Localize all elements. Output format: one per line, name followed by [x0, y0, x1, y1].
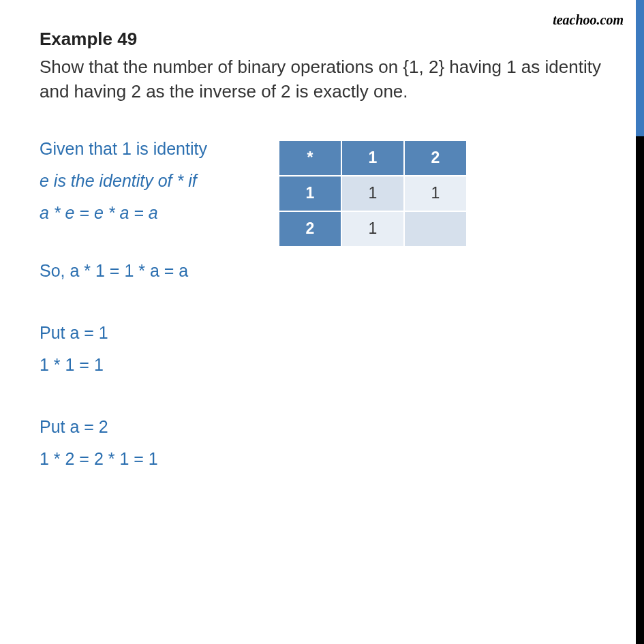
line-so: So, a * 1 = 1 * a = a: [40, 259, 264, 283]
line-eq1: a * e = e * a = a: [40, 201, 264, 225]
example-title: Example 49: [40, 29, 610, 50]
table-cell-2-2: [404, 211, 467, 247]
table-row: 1 1 1: [279, 176, 467, 211]
right-accent-bar-black: [636, 136, 644, 644]
right-accent-bar-blue: [636, 0, 644, 136]
table-row-header-1: 1: [279, 176, 341, 211]
table-cell-2-1: 1: [341, 211, 404, 247]
page-content: Example 49 Show that the number of binar…: [0, 0, 644, 471]
operation-table: * 1 2 1 1 1 2 1: [278, 140, 467, 247]
table-cell-1-2: 1: [404, 176, 467, 211]
content-row: Given that 1 is identity e is the identi…: [40, 137, 610, 321]
line-put-a1: Put a = 1: [40, 321, 610, 345]
table-header-op: *: [279, 140, 341, 176]
left-column: Given that 1 is identity e is the identi…: [40, 137, 264, 321]
table-cell-1-1: 1: [341, 176, 404, 211]
table-header-row: * 1 2: [279, 140, 467, 176]
table-row-header-2: 2: [279, 211, 341, 247]
right-accent-bar: [636, 0, 644, 644]
problem-statement: Show that the number of binary operation…: [40, 55, 610, 104]
line-definition: e is the identity of * if: [40, 169, 264, 193]
line-given: Given that 1 is identity: [40, 137, 264, 161]
table-row: 2 1: [279, 211, 467, 247]
example-title-text: Example 49: [40, 29, 137, 49]
right-column: * 1 2 1 1 1 2 1: [264, 137, 467, 247]
watermark: teachoo.com: [553, 12, 624, 28]
line-put-a2: Put a = 2: [40, 415, 610, 439]
table-header-1: 1: [341, 140, 404, 176]
line-res-a2: 1 * 2 = 2 * 1 = 1: [40, 447, 610, 471]
line-res-a1: 1 * 1 = 1: [40, 353, 610, 377]
table-header-2: 2: [404, 140, 467, 176]
